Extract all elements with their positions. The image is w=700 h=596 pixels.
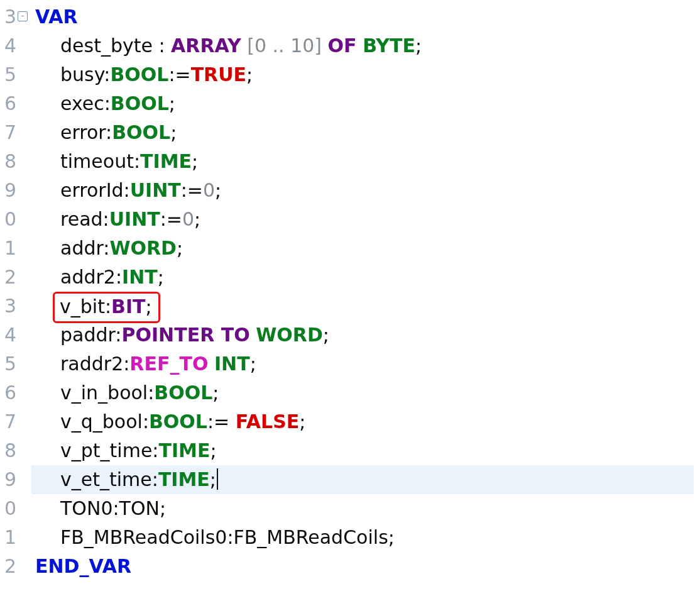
line-number: 7 [0, 407, 16, 436]
code-line: errorId:UINT:=0; [31, 176, 694, 205]
code-area[interactable]: VAR dest_byte : ARRAY [0 .. 10] OF BYTE;… [16, 0, 700, 587]
ident: errorId [60, 179, 124, 201]
ident: v_in_bool [60, 382, 148, 404]
code-line: raddr2:REF_TO INT; [31, 350, 694, 378]
ident: raddr2 [60, 353, 123, 375]
ident: v_bit [60, 295, 105, 317]
ident: read [60, 208, 103, 230]
type-bool: BOOL [112, 121, 170, 143]
line-number: 8 [0, 147, 16, 176]
line-number: 5 [0, 60, 16, 89]
code-line: END_VAR [31, 552, 694, 581]
keyword-of: OF [328, 35, 357, 57]
ident: FB_MBReadCoils0 [60, 526, 227, 548]
literal-false: FALSE [236, 411, 299, 433]
code-line: addr:WORD; [31, 234, 694, 263]
editor: 3– 4 5 6 7 8 9 0 1 2 3 4 5 6 7 8 9 0 1 2… [0, 0, 700, 587]
code-line: timeout:TIME; [31, 147, 694, 176]
text-cursor [217, 468, 218, 490]
keyword-array: ARRAY [171, 35, 241, 57]
code-line: paddr:POINTER TO WORD; [31, 321, 694, 350]
ident: addr2 [60, 266, 116, 288]
line-number: 4 [0, 31, 16, 60]
keyword-ref-to: REF_TO [129, 353, 208, 375]
line-number: 3 [0, 292, 16, 321]
type-time: TIME [158, 468, 210, 490]
code-line: exec:BOOL; [31, 89, 694, 118]
type-bool: BOOL [111, 92, 169, 114]
ident: addr [60, 237, 103, 259]
keyword-pointer-to: POINTER TO [121, 324, 249, 346]
line-number: 9 [0, 176, 16, 205]
type-bool: BOOL [154, 382, 212, 404]
ident: dest_byte [60, 35, 153, 57]
type-uint: UINT [109, 208, 160, 230]
literal-true: TRUE [191, 63, 246, 86]
code-line: read:UINT:=0; [31, 205, 694, 234]
code-line: TON0:TON; [31, 494, 694, 523]
code-line: VAR [31, 3, 694, 31]
line-number: 0 [0, 494, 16, 523]
type-byte: BYTE [363, 35, 415, 57]
ident: TON0 [60, 497, 112, 519]
code-line: v_in_bool:BOOL; [31, 378, 694, 407]
code-line: v_q_bool:BOOL:= FALSE; [31, 407, 694, 436]
code-line: error:BOOL; [31, 118, 694, 147]
code-line: FB_MBReadCoils0:FB_MBReadCoils; [31, 523, 694, 552]
type-word: WORD [109, 237, 177, 259]
type-bool: BOOL [149, 411, 207, 433]
type-time: TIME [140, 150, 192, 172]
line-number: 4 [0, 321, 16, 350]
ident: v_pt_time [60, 439, 152, 461]
type-uint: UINT [130, 179, 181, 201]
ident: v_et_time [60, 468, 152, 490]
code-line: busy:BOOL:=TRUE; [31, 60, 694, 89]
type-int: INT [214, 353, 250, 375]
line-gutter: 3– 4 5 6 7 8 9 0 1 2 3 4 5 6 7 8 9 0 1 2 [0, 0, 16, 587]
line-number: 7 [0, 118, 16, 147]
code-line: v_pt_time:TIME; [31, 436, 694, 465]
line-number: 1 [0, 234, 16, 263]
keyword-end-var: END_VAR [35, 555, 131, 577]
ident: v_q_bool [60, 411, 143, 433]
code-line: v_bit:BIT; [31, 292, 694, 321]
type-ton: TON [119, 497, 160, 519]
code-line: dest_byte : ARRAY [0 .. 10] OF BYTE; [31, 31, 694, 60]
type-word: WORD [256, 324, 323, 346]
ident: busy [60, 63, 104, 86]
line-number: 6 [0, 378, 16, 407]
type-time: TIME [158, 439, 210, 461]
line-number: 8 [0, 436, 16, 465]
type-bit: BIT [111, 295, 146, 317]
ident: paddr [60, 324, 115, 346]
code-line-current: v_et_time:TIME; [31, 465, 694, 494]
highlight-box: v_bit:BIT; [53, 292, 160, 323]
ident: timeout [60, 150, 134, 172]
code-line: addr2:INT; [31, 263, 694, 292]
line-number: 6 [0, 89, 16, 118]
ident: error [60, 121, 106, 143]
type-fb: FB_MBReadCoils [233, 526, 388, 548]
keyword-var: VAR [35, 6, 78, 28]
line-number: 2 [0, 552, 16, 581]
line-number: 5 [0, 350, 16, 378]
line-number: 2 [0, 263, 16, 292]
type-bool: BOOL [110, 63, 168, 86]
fold-icon[interactable]: – [18, 11, 28, 21]
type-int: INT [122, 266, 158, 288]
line-number: 3– [0, 3, 16, 31]
line-number: 0 [0, 205, 16, 234]
ident: exec [60, 92, 104, 114]
line-number: 9 [0, 465, 16, 494]
line-number: 1 [0, 523, 16, 552]
